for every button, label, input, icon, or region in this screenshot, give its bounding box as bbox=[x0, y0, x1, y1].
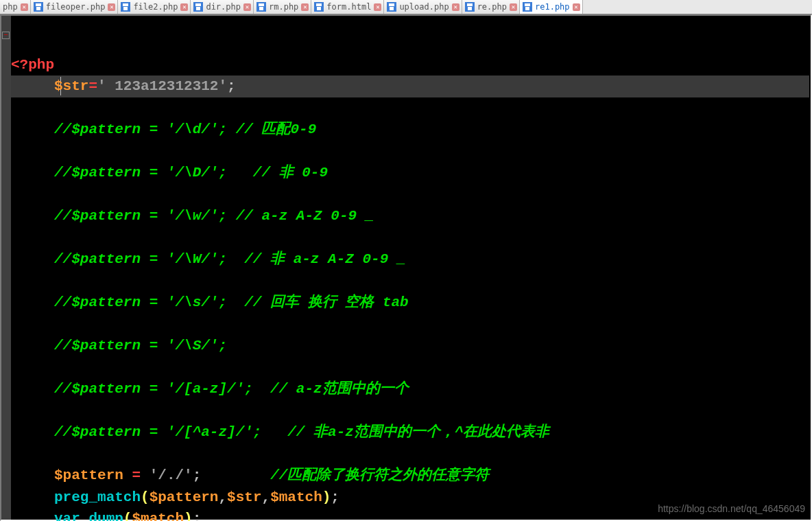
tab-fileoper-php[interactable]: fileoper.php bbox=[31, 0, 119, 14]
tab-label: rm.php bbox=[269, 2, 298, 12]
tab-form-html[interactable]: form.html bbox=[311, 0, 384, 14]
comment-line: //$pattern = '/[^a-z]/'; // 非a-z范围中的一个，^… bbox=[54, 424, 549, 440]
close-icon[interactable] bbox=[243, 3, 251, 11]
comment-line: //$pattern = '/\D/'; // 非 0-9 bbox=[54, 165, 328, 181]
tab-rm-php[interactable]: rm.php bbox=[254, 0, 311, 14]
close-icon[interactable] bbox=[301, 3, 309, 11]
function-preg-match: preg_match bbox=[54, 489, 141, 505]
tab-re1-php[interactable]: re1.php bbox=[520, 0, 583, 14]
tab-label: fileoper.php bbox=[46, 2, 106, 12]
tab-file2-php[interactable]: file2.php bbox=[118, 0, 191, 14]
tab-label: re1.php bbox=[535, 2, 570, 12]
comment-line: //$pattern = '/\S/'; bbox=[54, 338, 227, 354]
close-icon[interactable] bbox=[452, 3, 459, 11]
string-literal: ' 123a12312312' bbox=[97, 78, 227, 94]
save-icon bbox=[256, 2, 266, 12]
tab-label: dir.php bbox=[206, 2, 241, 12]
comment-line: //$pattern = '/\W/'; // 非 a-z A-Z 0-9 _ bbox=[54, 251, 405, 267]
tab-label: upload.php bbox=[399, 2, 449, 12]
save-icon bbox=[523, 2, 532, 12]
tab-label: php bbox=[3, 2, 18, 12]
save-icon bbox=[193, 2, 203, 12]
save-icon bbox=[121, 2, 130, 12]
php-open-tag: <?php bbox=[11, 57, 54, 73]
save-icon bbox=[34, 2, 43, 12]
gutter bbox=[1, 16, 11, 520]
tab-re-php[interactable]: re.php bbox=[462, 0, 520, 14]
variable-pattern: $pattern bbox=[54, 467, 123, 483]
variable-str: $str bbox=[54, 78, 88, 94]
tab-bar: phpfileoper.phpfile2.phpdir.phprm.phpfor… bbox=[0, 0, 812, 14]
tab-upload-php[interactable]: upload.php bbox=[384, 0, 462, 14]
save-icon bbox=[465, 2, 475, 12]
save-icon bbox=[387, 2, 396, 12]
watermark: https://blog.csdn.net/qq_46456049 bbox=[658, 503, 805, 514]
comment-line: //$pattern = '/[a-z]/'; // a-z范围中的一个 bbox=[54, 381, 409, 397]
function-var-dump: var_dump bbox=[54, 511, 123, 521]
close-icon[interactable] bbox=[108, 3, 115, 11]
comment-line: //$pattern = '/\s/'; // 回车 换行 空格 tab bbox=[54, 294, 409, 310]
save-icon bbox=[314, 2, 324, 12]
comment-line: //$pattern = '/\w/'; // a-z A-Z 0-9 _ bbox=[54, 208, 374, 224]
code-area[interactable]: <?php $str=' 123a12312312'; //$pattern =… bbox=[11, 16, 811, 521]
comment-line: //$pattern = '/\d/'; // 匹配0-9 bbox=[54, 121, 316, 137]
code-editor[interactable]: − <?php $str=' 123a12312312'; //$pattern… bbox=[0, 14, 812, 521]
close-icon[interactable] bbox=[374, 3, 381, 11]
close-icon[interactable] bbox=[180, 3, 188, 11]
fold-toggle[interactable]: − bbox=[2, 32, 10, 39]
close-icon[interactable] bbox=[573, 3, 580, 11]
tab-dir-php[interactable]: dir.php bbox=[191, 0, 254, 14]
tab-label: re.php bbox=[477, 2, 507, 12]
tab-php[interactable]: php bbox=[0, 0, 31, 14]
close-icon[interactable] bbox=[510, 3, 517, 11]
tab-label: file2.php bbox=[133, 2, 178, 12]
comment-line: //匹配除了换行符之外的任意字符 bbox=[270, 467, 489, 483]
close-icon[interactable] bbox=[21, 3, 28, 11]
string-literal: '/./' bbox=[150, 467, 193, 483]
tab-label: form.html bbox=[326, 2, 371, 12]
